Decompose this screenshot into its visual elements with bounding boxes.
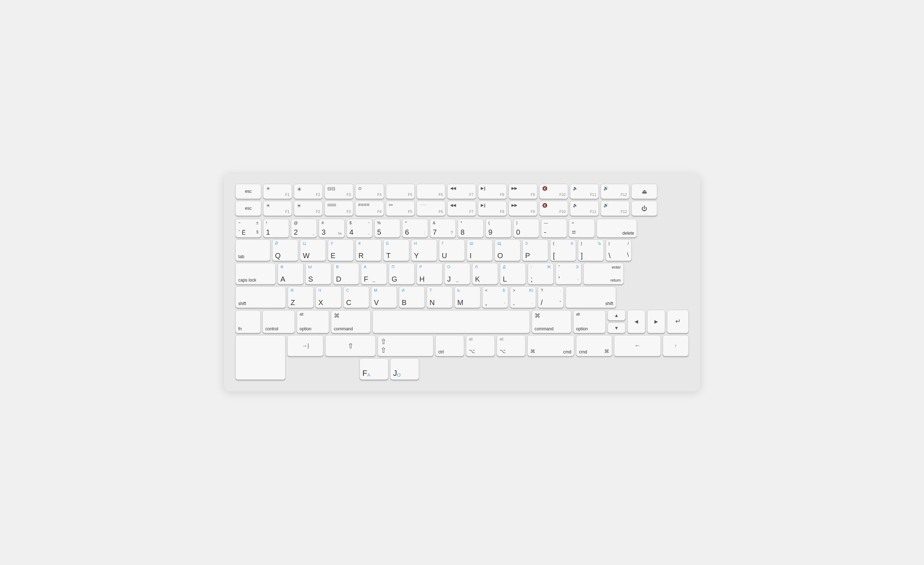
key-control[interactable]: control	[262, 310, 295, 333]
key-arrow-right[interactable]: ▶	[647, 310, 665, 333]
key-0[interactable]: ) 0	[513, 219, 539, 237]
key-period[interactable]: > Ю . .	[510, 286, 536, 308]
key-up-small[interactable]: ↑	[663, 335, 688, 356]
key-f12-b[interactable]: 🔊 F12	[601, 201, 630, 216]
key-f10[interactable]: 🔇 F10	[539, 184, 568, 199]
key-command-left[interactable]: ⌘ command	[331, 310, 370, 333]
key-t[interactable]: Е T	[383, 239, 409, 261]
key-tab[interactable]: tab	[236, 239, 270, 261]
key-f3[interactable]: ⊟⊟ F3	[324, 184, 353, 199]
key-f4[interactable]: ⊙ F4	[355, 184, 384, 199]
key-f2-b[interactable]: ☀ F2	[294, 201, 322, 216]
key-j[interactable]: О J	[444, 263, 470, 284]
key-option-right[interactable]: alt option	[573, 310, 606, 333]
key-r[interactable]: К R	[356, 239, 381, 261]
key-b[interactable]: И B	[399, 286, 425, 308]
key-z[interactable]: Я Z	[288, 286, 314, 308]
key-q[interactable]: Й Q	[272, 239, 298, 261]
key-extra-wide[interactable]	[236, 335, 285, 380]
key-i[interactable]: Ш I	[467, 239, 493, 261]
key-l[interactable]: Д L	[500, 263, 526, 284]
key-space-mid[interactable]: ⇧ ⇧	[378, 335, 434, 356]
key-ctrl-bottom[interactable]: ctrl	[435, 335, 464, 356]
key-delete[interactable]: delete	[597, 219, 637, 237]
key-f9-b[interactable]: ▶▶ F9	[508, 201, 537, 216]
key-arrow-down[interactable]: ▼	[608, 322, 626, 333]
key-f6-b[interactable]: ⋯⋯ F6	[417, 201, 446, 216]
key-f11-b[interactable]: 🔉 F11	[570, 201, 599, 216]
key-space[interactable]	[372, 310, 530, 333]
key-slash[interactable]: ? , / •	[538, 286, 564, 308]
key-power[interactable]: ⏻	[631, 201, 657, 216]
key-p[interactable]: З P	[522, 239, 548, 261]
key-bracket-r[interactable]: } Ъ ]	[578, 239, 604, 261]
key-f1[interactable]: ☀ F1	[263, 184, 292, 199]
key-bracket-l[interactable]: { Х [	[550, 239, 576, 261]
key-4[interactable]: $ • 4 ,	[346, 219, 372, 237]
key-f8[interactable]: ▶‖ F8	[478, 184, 507, 199]
key-f-homerow[interactable]: F A	[360, 358, 388, 380]
key-x[interactable]: Ч X	[315, 286, 342, 308]
key-f[interactable]: А F	[361, 263, 387, 284]
key-f7[interactable]: ◀◀ F7	[447, 184, 476, 199]
key-u[interactable]: Г U	[439, 239, 465, 261]
key-option-left[interactable]: alt option	[297, 310, 329, 333]
key-f7-b[interactable]: ◀◀ F7	[447, 201, 476, 216]
key-f5[interactable]: F5	[386, 184, 415, 199]
key-semicolon[interactable]: : Ж ;	[528, 263, 554, 284]
key-8[interactable]: * 8	[458, 219, 484, 237]
key-y[interactable]: Н Y	[411, 239, 437, 261]
key-alt-bottom-r[interactable]: alt ⌥	[496, 335, 525, 356]
key-f11[interactable]: 🔉 F11	[570, 184, 599, 199]
key-5[interactable]: % 5	[374, 219, 400, 237]
key-f12[interactable]: 🔊 F12	[601, 184, 630, 199]
key-7[interactable]: & 7 ?	[430, 219, 456, 237]
key-shift-left[interactable]: shift	[236, 286, 286, 308]
key-e[interactable]: У E	[328, 239, 354, 261]
key-w[interactable]: Ц W	[300, 239, 326, 261]
key-f10-b[interactable]: 🔇 F10	[539, 201, 568, 216]
key-shift-right[interactable]: shift	[566, 286, 616, 308]
key-arrow-left[interactable]: ◀	[627, 310, 645, 333]
key-caps-lock[interactable]: caps lock	[236, 263, 276, 284]
key-f3-b[interactable]: ⊟⊟⊟ F3	[324, 201, 353, 216]
key-o[interactable]: Щ O	[495, 239, 520, 261]
key-tilde[interactable]: ~ ± ` Ё §	[236, 219, 261, 237]
key-quote[interactable]: " Э ' ,	[555, 263, 582, 284]
key-comma[interactable]: < Б , ,	[482, 286, 508, 308]
key-9[interactable]: ( 9	[486, 219, 512, 237]
key-enter-numpad[interactable]: ↵	[667, 310, 688, 333]
key-tab-arrow[interactable]: →|	[287, 335, 323, 356]
key-fn[interactable]: fn	[236, 310, 261, 333]
key-f6[interactable]: F6	[417, 184, 446, 199]
key-n[interactable]: Т N	[427, 286, 453, 308]
key-s[interactable]: Ы S	[305, 263, 332, 284]
key-alt-bottom-l[interactable]: alt ⌥	[466, 335, 495, 356]
key-f9[interactable]: ▶▶ F9	[508, 184, 537, 199]
key-eject[interactable]: ⏏	[631, 184, 657, 199]
key-command-right[interactable]: ⌘ command	[532, 310, 572, 333]
key-3[interactable]: # 3 №	[319, 219, 345, 237]
key-esc-2[interactable]: esc	[236, 201, 261, 216]
key-arrow-up[interactable]: ▲	[608, 310, 626, 321]
key-k[interactable]: Л K	[472, 263, 498, 284]
key-shift-up[interactable]: ⇧	[325, 335, 376, 356]
key-f4-b[interactable]: ⊞⊞⊞⊞ F4	[355, 201, 384, 216]
key-equals[interactable]: + =	[569, 219, 595, 237]
key-a[interactable]: Ф A	[278, 263, 303, 284]
key-h[interactable]: Р H	[417, 263, 442, 284]
key-d[interactable]: В D	[333, 263, 359, 284]
key-1[interactable]: ! 1	[263, 219, 289, 237]
key-f1-b[interactable]: ☀ F1	[263, 201, 292, 216]
key-esc[interactable]: esc	[236, 184, 261, 199]
key-backspace-arrow[interactable]: ←	[614, 335, 661, 356]
key-cmd-bottom-l[interactable]: ⌘ cmd	[527, 335, 574, 356]
key-enter[interactable]: enter return	[583, 263, 624, 284]
key-6[interactable]: ^ 6 :	[402, 219, 428, 237]
key-g[interactable]: П G	[389, 263, 415, 284]
key-f8-b[interactable]: ▶‖ F8	[478, 201, 507, 216]
key-backslash[interactable]: | / \ \	[606, 239, 632, 261]
key-cmd-bottom-r[interactable]: cmd ⌘	[576, 335, 612, 356]
key-c[interactable]: С C	[343, 286, 369, 308]
key-2[interactable]: @ 2 „	[291, 219, 317, 237]
